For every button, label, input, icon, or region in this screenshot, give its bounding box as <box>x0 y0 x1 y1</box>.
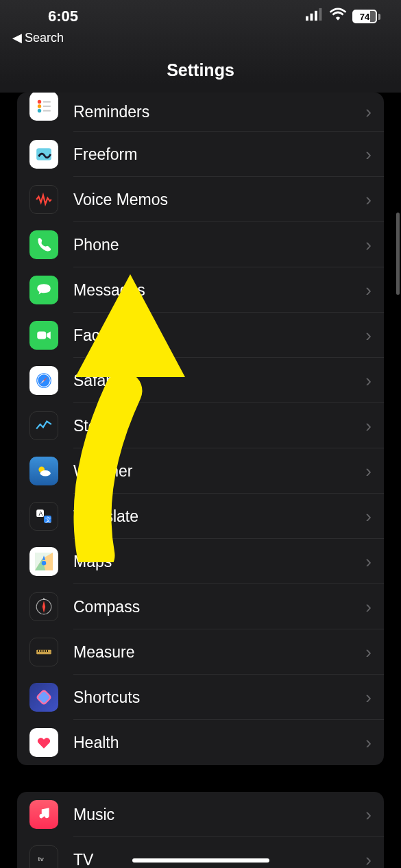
phone-icon <box>29 230 58 259</box>
settings-row-label: Safari <box>58 372 365 390</box>
svg-point-6 <box>38 108 41 112</box>
home-indicator[interactable] <box>132 858 269 863</box>
svg-rect-7 <box>43 101 51 102</box>
settings-row-voicememos[interactable]: Voice Memos› <box>17 177 384 222</box>
svg-point-18 <box>40 470 51 477</box>
settings-row-label: Freeform <box>58 145 365 164</box>
chevron-right-icon: › <box>365 280 384 301</box>
measure-icon <box>29 638 58 666</box>
chevron-right-icon: › <box>365 506 384 527</box>
settings-row-tv[interactable]: tvTV› <box>17 837 384 868</box>
chevron-right-icon: › <box>365 687 384 708</box>
chevron-right-icon: › <box>365 144 384 165</box>
svg-text:文: 文 <box>45 516 51 523</box>
settings-row-label: FaceTime <box>58 326 365 345</box>
settings-row-label: Shortcuts <box>58 688 365 707</box>
status-bar: 6:05 74 <box>0 0 401 33</box>
settings-section-apps: Reminders›Freeform›Voice Memos›Phone›Mes… <box>17 93 384 765</box>
settings-row-shortcuts[interactable]: Shortcuts› <box>17 675 384 720</box>
settings-row-label: Messages <box>58 281 365 300</box>
settings-row-label: Stocks <box>58 417 365 435</box>
settings-row-maps[interactable]: Maps› <box>17 539 384 584</box>
stocks-icon <box>29 411 58 440</box>
svg-rect-3 <box>319 8 322 21</box>
svg-rect-36 <box>38 691 50 703</box>
chevron-right-icon: › <box>365 101 384 123</box>
status-time: 6:05 <box>48 8 78 25</box>
settings-row-weather[interactable]: Weather› <box>17 448 384 494</box>
freeform-icon <box>29 140 58 169</box>
reminders-icon <box>29 93 58 121</box>
maps-icon <box>29 547 58 576</box>
settings-row-compass[interactable]: NCompass› <box>17 584 384 629</box>
facetime-icon <box>29 321 58 350</box>
chevron-right-icon: › <box>365 804 384 825</box>
shortcuts-icon <box>29 683 58 712</box>
chevron-right-icon: › <box>365 596 384 618</box>
battery-icon: 74 <box>352 10 380 23</box>
settings-row-label: Measure <box>58 643 365 662</box>
svg-rect-2 <box>315 11 317 21</box>
settings-row-measure[interactable]: Measure› <box>17 629 384 675</box>
chevron-right-icon: › <box>365 642 384 663</box>
settings-row-label: Health <box>58 734 365 752</box>
svg-text:tv: tv <box>38 855 44 863</box>
status-right: 74 <box>306 5 380 27</box>
music-icon <box>29 800 58 829</box>
settings-row-messages[interactable]: Messages› <box>17 267 384 313</box>
settings-row-stocks[interactable]: Stocks› <box>17 403 384 448</box>
settings-row-label: Reminders <box>58 103 365 121</box>
back-label: Search <box>25 31 64 45</box>
svg-marker-27 <box>42 601 45 612</box>
settings-row-facetime[interactable]: FaceTime› <box>17 313 384 358</box>
weather-icon <box>29 457 58 485</box>
settings-row-label: Translate <box>58 507 365 526</box>
settings-row-label: Compass <box>58 598 365 616</box>
cellular-icon <box>306 5 324 27</box>
back-to-search[interactable]: ◀ Search <box>12 30 64 45</box>
settings-row-music[interactable]: Music› <box>17 792 384 837</box>
messages-icon <box>29 276 58 304</box>
chevron-right-icon: › <box>365 415 384 437</box>
chevron-right-icon: › <box>365 325 384 346</box>
settings-row-label: Music <box>58 806 365 824</box>
settings-row-label: Phone <box>58 236 365 254</box>
chevron-right-icon: › <box>365 370 384 391</box>
chevron-right-icon: › <box>365 461 384 482</box>
chevron-right-icon: › <box>365 849 384 869</box>
settings-row-label: Maps <box>58 553 365 571</box>
svg-rect-11 <box>37 332 46 339</box>
back-chevron-icon: ◀ <box>12 30 22 45</box>
health-icon <box>29 728 58 757</box>
compass-icon: N <box>29 592 58 621</box>
svg-point-5 <box>38 104 41 108</box>
settings-row-label: Voice Memos <box>58 191 365 209</box>
scroll-indicator <box>396 213 400 295</box>
tv-icon: tv <box>29 845 58 868</box>
settings-row-health[interactable]: Health› <box>17 720 384 765</box>
page-title: Settings <box>167 60 234 80</box>
settings-row-reminders[interactable]: Reminders› <box>17 93 384 132</box>
chevron-right-icon: › <box>365 732 384 754</box>
svg-rect-0 <box>306 16 308 21</box>
svg-rect-9 <box>43 110 51 111</box>
chevron-right-icon: › <box>365 189 384 210</box>
settings-row-phone[interactable]: Phone› <box>17 222 384 267</box>
svg-rect-1 <box>311 14 313 21</box>
battery-level: 74 <box>352 10 377 23</box>
settings-section-media: Music›tvTV› <box>17 792 384 868</box>
settings-row-label: Weather <box>58 462 365 481</box>
settings-row-freeform[interactable]: Freeform› <box>17 132 384 177</box>
translate-icon: A文 <box>29 502 58 531</box>
settings-row-safari[interactable]: Safari› <box>17 358 384 403</box>
voicememos-icon <box>29 185 58 214</box>
chevron-right-icon: › <box>365 234 384 256</box>
safari-icon <box>29 366 58 395</box>
svg-point-4 <box>38 99 41 103</box>
svg-point-24 <box>42 561 47 566</box>
svg-rect-8 <box>43 105 51 106</box>
chevron-right-icon: › <box>365 551 384 572</box>
settings-row-translate[interactable]: A文Translate› <box>17 494 384 539</box>
svg-text:A: A <box>38 510 42 517</box>
wifi-icon <box>329 5 347 27</box>
